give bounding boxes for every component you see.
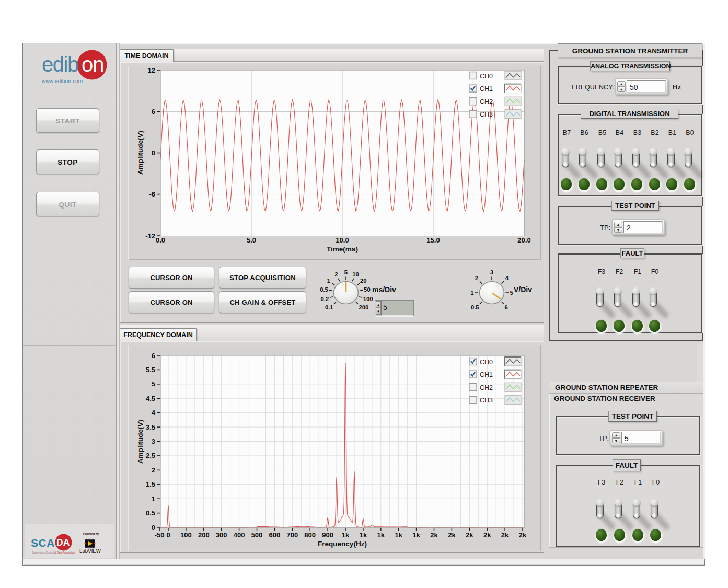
- svg-text:400: 400: [234, 531, 245, 539]
- svg-text:5: 5: [344, 269, 348, 275]
- svg-text:4.5: 4.5: [146, 395, 155, 402]
- svg-text:5.0: 5.0: [247, 236, 256, 244]
- svg-text:1: 1: [327, 278, 330, 284]
- svg-text:0: 0: [166, 531, 170, 539]
- svg-text:200: 200: [359, 304, 368, 310]
- svg-text:CH3: CH3: [480, 111, 493, 118]
- svg-text:2k: 2k: [483, 531, 491, 539]
- svg-text:Powered by: Powered by: [83, 532, 99, 536]
- svg-text:3.5: 3.5: [146, 423, 155, 431]
- svg-text:2k: 2k: [501, 531, 509, 539]
- svg-text:Supervisory Control & Data Acq: Supervisory Control & Data Acquisition: [32, 551, 75, 554]
- svg-text:6: 6: [504, 304, 507, 310]
- svg-text:SCA: SCA: [31, 537, 55, 549]
- svg-text:100: 100: [363, 296, 373, 302]
- svg-text:1k: 1k: [377, 531, 385, 539]
- svg-text:LabVIEW: LabVIEW: [79, 548, 101, 554]
- svg-text:6: 6: [152, 352, 155, 360]
- svg-text:0: 0: [152, 149, 155, 157]
- svg-text:2: 2: [475, 275, 478, 281]
- svg-text:2k: 2k: [430, 531, 438, 539]
- svg-text:4: 4: [505, 275, 509, 281]
- svg-text:600: 600: [269, 531, 281, 539]
- svg-text:20: 20: [360, 278, 367, 284]
- svg-text:0.1: 0.1: [325, 304, 333, 310]
- svg-text:300: 300: [216, 531, 227, 539]
- svg-text:700: 700: [286, 531, 298, 539]
- svg-text:5: 5: [152, 380, 155, 388]
- svg-text:0.5: 0.5: [471, 304, 479, 310]
- svg-text:15.0: 15.0: [426, 236, 440, 244]
- svg-text:CH2: CH2: [480, 384, 493, 391]
- svg-text:CH1: CH1: [480, 371, 493, 378]
- svg-text:20.0: 20.0: [517, 236, 530, 244]
- svg-text:3: 3: [152, 437, 155, 445]
- svg-text:5.5: 5.5: [146, 366, 155, 374]
- svg-text:Time(ms): Time(ms): [327, 245, 358, 253]
- svg-text:0: 0: [152, 524, 155, 532]
- svg-text:Frequency(Hz): Frequency(Hz): [318, 540, 367, 548]
- svg-text:0.2: 0.2: [320, 296, 329, 302]
- svg-text:1: 1: [152, 495, 155, 503]
- svg-text:-12: -12: [145, 232, 155, 240]
- svg-text:0.5: 0.5: [146, 509, 155, 517]
- svg-text:3: 3: [490, 269, 493, 275]
- svg-text:0.5: 0.5: [320, 286, 328, 293]
- svg-text:2k: 2k: [519, 531, 527, 539]
- svg-text:10: 10: [352, 271, 359, 278]
- svg-text:Amplitude(V): Amplitude(V): [136, 131, 144, 175]
- svg-text:Amplitude(V): Amplitude(V): [136, 420, 144, 464]
- svg-text:CH1: CH1: [480, 85, 493, 93]
- svg-text:www.edibon.com: www.edibon.com: [41, 78, 83, 84]
- svg-text:2k: 2k: [448, 531, 456, 539]
- svg-text:2: 2: [152, 466, 155, 474]
- svg-text:4: 4: [152, 409, 156, 417]
- svg-text:1.5: 1.5: [146, 480, 155, 488]
- svg-text:100: 100: [180, 531, 192, 539]
- svg-text:on: on: [82, 53, 104, 76]
- svg-text:0.0: 0.0: [156, 236, 165, 244]
- svg-text:2.5: 2.5: [146, 452, 155, 459]
- svg-text:CH0: CH0: [480, 73, 493, 80]
- svg-text:2: 2: [334, 271, 338, 278]
- svg-text:10.0: 10.0: [336, 236, 349, 244]
- svg-text:1k: 1k: [412, 531, 420, 539]
- svg-text:1: 1: [470, 290, 473, 296]
- svg-text:800: 800: [304, 531, 316, 539]
- svg-text:edib: edib: [42, 53, 78, 76]
- svg-text:500: 500: [251, 531, 263, 539]
- svg-text:900: 900: [322, 531, 333, 539]
- svg-text:50: 50: [364, 286, 371, 293]
- svg-text:1k: 1k: [395, 531, 402, 539]
- svg-text:1k: 1k: [342, 531, 350, 539]
- svg-text:12: 12: [148, 66, 155, 74]
- svg-text:5: 5: [510, 290, 513, 296]
- svg-text:1k: 1k: [360, 531, 367, 539]
- svg-text:DA: DA: [56, 537, 70, 548]
- svg-text:CH3: CH3: [480, 397, 493, 404]
- svg-text:CH2: CH2: [480, 98, 493, 106]
- svg-text:2k: 2k: [466, 531, 473, 539]
- svg-text:-50: -50: [155, 531, 165, 539]
- svg-text:-6: -6: [149, 190, 155, 198]
- svg-text:6: 6: [152, 108, 155, 116]
- svg-text:200: 200: [198, 531, 210, 539]
- svg-text:CH0: CH0: [480, 359, 493, 366]
